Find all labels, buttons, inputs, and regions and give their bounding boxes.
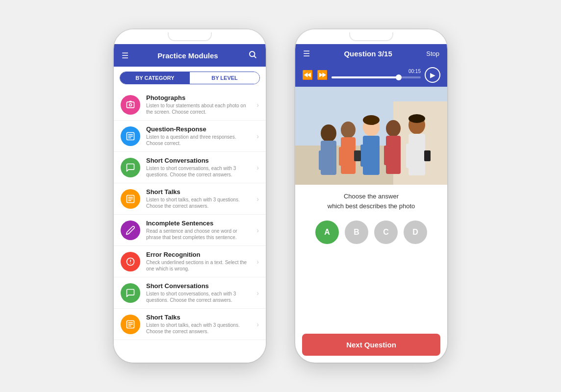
tab-bar: BY CATEGORY BY LEVEL (120, 72, 260, 84)
module-icon-question-response (121, 126, 140, 146)
teens-photo-svg (295, 87, 447, 185)
module-desc-short-conversations-1: Listen to short conversations, each with… (146, 165, 251, 178)
photo-area (295, 87, 447, 185)
svg-rect-28 (339, 147, 345, 166)
svg-rect-34 (370, 145, 377, 167)
module-title-short-conversations-1: Short Conversations (146, 157, 251, 164)
svg-point-22 (321, 124, 336, 142)
module-title-photographs: Photographs (146, 94, 251, 101)
module-title-short-talks-2: Short Talks (146, 314, 251, 321)
chevron-icon-photographs: › (256, 101, 259, 109)
answer-btn-b[interactable]: B (345, 220, 368, 244)
audio-time: 00:15 (408, 69, 421, 74)
phone-top-bar-2 (295, 29, 447, 44)
phone-2-title: Question 3/15 (344, 49, 392, 58)
module-icon-short-talks-1 (121, 189, 140, 209)
phone-top-bar-1 (114, 29, 266, 44)
chevron-icon-incomplete-sentences: › (256, 226, 259, 234)
module-item-incomplete-sentences[interactable]: Incomplete Sentences Read a sentence and… (114, 215, 266, 246)
module-icon-incomplete-sentences (121, 220, 140, 240)
svg-point-26 (341, 122, 356, 138)
fast-forward-icon[interactable]: ⏩ (317, 70, 328, 80)
search-icon-1[interactable] (247, 49, 258, 62)
svg-rect-35 (354, 150, 361, 161)
module-desc-error-recognition: Check underlined sections in a text. Sel… (146, 259, 251, 272)
phone-2-header: ☰ Question 3/15 Stop (295, 44, 447, 63)
phone-1-body: BY CATEGORY BY LEVEL Photographs Listen … (114, 67, 266, 363)
module-item-short-talks-2[interactable]: Short Talks Listen to short talks, each … (114, 309, 266, 340)
tab-by-category[interactable]: BY CATEGORY (120, 72, 190, 84)
module-title-question-response: Question-Response (146, 125, 251, 133)
module-item-short-conversations-1[interactable]: Short Conversations Listen to short conv… (114, 152, 266, 183)
menu-icon-2[interactable]: ☰ (303, 49, 310, 58)
svg-rect-2 (127, 102, 134, 108)
module-item-photographs[interactable]: Photographs Listen to four statements ab… (114, 89, 266, 121)
module-icon-short-conversations-2 (121, 283, 140, 303)
module-title-short-conversations-2: Short Conversations (146, 282, 251, 290)
menu-icon-1[interactable]: ☰ (122, 51, 128, 60)
answer-btn-a[interactable]: A (315, 220, 339, 244)
module-desc-short-conversations-2: Listen to short conversations, each with… (146, 291, 251, 303)
chevron-icon-short-talks-1: › (256, 195, 259, 203)
module-item-short-talks-1[interactable]: Short Talks Listen to short talks, each … (114, 183, 266, 215)
svg-rect-25 (330, 150, 336, 170)
rewind-icon[interactable]: ⏪ (302, 70, 313, 80)
audio-thumb (396, 74, 402, 80)
phone-1: ☰ Practice Modules BY CATEGORY BY LEVEL … (114, 29, 266, 363)
module-title-incomplete-sentences: Incomplete Sentences (146, 220, 251, 227)
phone-1-header: ☰ Practice Modules (114, 44, 266, 67)
phones-container: ☰ Practice Modules BY CATEGORY BY LEVEL … (104, 20, 457, 372)
module-item-short-conversations-2[interactable]: Short Conversations Listen to short conv… (114, 277, 266, 309)
answer-btn-c[interactable]: C (374, 220, 398, 244)
svg-rect-39 (394, 146, 401, 165)
module-title-error-recognition: Error Recognition (146, 251, 251, 258)
module-desc-short-talks-2: Listen to short talks, each with 3 quest… (146, 322, 251, 335)
tab-by-level[interactable]: BY LEVEL (190, 72, 259, 84)
notch-2 (349, 32, 393, 41)
question-text: Choose the answer which best describes t… (295, 185, 447, 216)
answer-btn-d[interactable]: D (404, 220, 427, 244)
module-desc-photographs: Listen to four statements about each pho… (146, 102, 251, 115)
chevron-icon-short-conversations-1: › (256, 164, 259, 172)
svg-rect-44 (418, 144, 425, 168)
svg-point-41 (408, 114, 425, 123)
chevron-icon-short-conversations-2: › (256, 289, 259, 297)
module-icon-short-conversations-1 (121, 158, 140, 177)
next-question-button[interactable]: Next Question (302, 334, 440, 356)
module-desc-short-talks-1: Listen to short talks, each with 3 quest… (146, 196, 251, 209)
play-button[interactable]: ▶ (425, 67, 440, 83)
module-item-error-recognition[interactable]: Error Recognition Check underlined secti… (114, 246, 266, 277)
module-list: Photographs Listen to four statements ab… (114, 89, 266, 340)
svg-rect-38 (384, 146, 390, 165)
svg-point-3 (129, 103, 132, 106)
svg-rect-24 (319, 150, 326, 170)
module-desc-question-response: Listen to a question and three responses… (146, 134, 251, 147)
chevron-icon-question-response: › (256, 132, 259, 140)
svg-rect-33 (360, 145, 367, 167)
module-item-question-response[interactable]: Question-Response Listen to a question a… (114, 121, 266, 152)
phone-1-title: Practice Modules (157, 51, 218, 60)
module-icon-error-recognition (121, 252, 140, 271)
chevron-icon-error-recognition: › (256, 258, 259, 266)
audio-track[interactable]: 00:15 (332, 76, 421, 78)
stop-button[interactable]: Stop (426, 50, 439, 57)
audio-progress (332, 76, 399, 78)
phone-2: ☰ Question 3/15 Stop ⏪ ⏩ 00:15 ▶ (295, 29, 447, 363)
svg-rect-43 (406, 144, 413, 168)
module-icon-short-talks-2 (121, 315, 140, 334)
svg-point-36 (386, 120, 401, 137)
notch-1 (168, 32, 212, 41)
chevron-icon-short-talks-2: › (256, 320, 259, 328)
answer-buttons: A B C D (295, 216, 447, 252)
module-desc-incomplete-sentences: Read a sentence and choose one word or p… (146, 228, 251, 241)
module-title-short-talks-1: Short Talks (146, 188, 251, 196)
svg-line-1 (254, 56, 255, 57)
audio-bar: ⏪ ⏩ 00:15 ▶ (295, 63, 447, 87)
svg-rect-45 (424, 150, 431, 161)
module-icon-photographs (121, 95, 140, 115)
svg-point-31 (363, 115, 380, 125)
